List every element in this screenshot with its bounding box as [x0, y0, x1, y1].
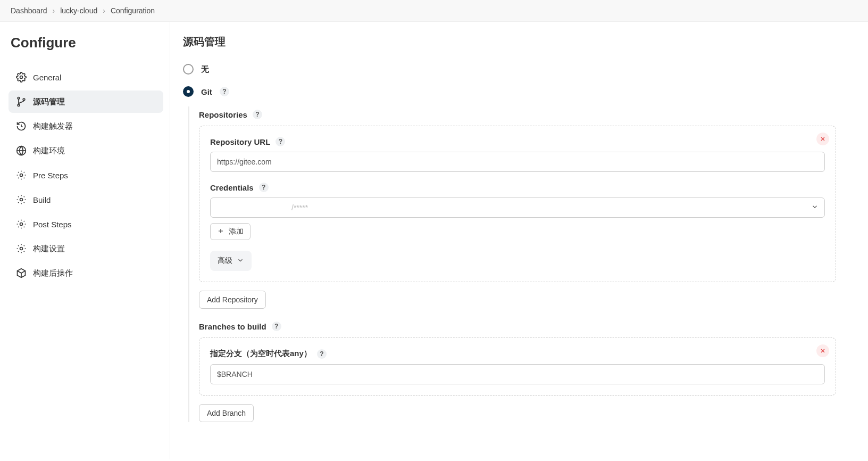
main-content: 源码管理 无 Git ? Repositories ?	[170, 22, 868, 459]
sidebar-item-label: 构建后操作	[33, 268, 73, 278]
globe-icon	[16, 145, 27, 156]
add-branch-button[interactable]: Add Branch	[199, 404, 254, 422]
repositories-label: Repositories ?	[199, 110, 836, 119]
svg-point-2	[18, 104, 20, 106]
svg-point-7	[20, 223, 23, 226]
breadcrumb-sep: ›	[53, 6, 55, 15]
radio-git[interactable]: Git ?	[183, 86, 836, 97]
label-text: Branches to build	[199, 322, 266, 331]
help-icon[interactable]: ?	[276, 137, 285, 146]
radio-icon[interactable]	[183, 86, 194, 97]
branch-spec-input[interactable]	[210, 364, 825, 384]
section-title: 源码管理	[183, 35, 836, 49]
help-icon[interactable]: ?	[272, 322, 281, 331]
sidebar-item-poststeps[interactable]: Post Steps	[9, 213, 163, 235]
gear-icon	[16, 243, 27, 254]
add-credentials-button[interactable]: 添加	[210, 223, 251, 240]
sidebar-item-postbuild[interactable]: 构建后操作	[9, 262, 163, 284]
field-label-text: Repository URL	[210, 137, 270, 146]
svg-point-3	[23, 98, 25, 101]
field-credentials: Credentials ? 添加	[210, 183, 825, 240]
button-label: Add Repository	[207, 295, 258, 304]
sidebar-item-label: General	[33, 73, 61, 82]
sidebar-item-label: 构建环境	[33, 146, 65, 156]
button-label: 添加	[229, 227, 244, 236]
git-config-block: Repositories ? Repository URL ? Credent	[188, 106, 836, 422]
breadcrumb-configuration[interactable]: Configuration	[111, 6, 155, 15]
breadcrumb-sep: ›	[103, 6, 105, 15]
breadcrumb-dashboard[interactable]: Dashboard	[11, 6, 47, 15]
git-branch-icon	[16, 96, 27, 107]
breadcrumb-project[interactable]: lucky-cloud	[60, 6, 97, 15]
gear-icon	[16, 194, 27, 205]
branches-label: Branches to build ?	[199, 322, 836, 331]
radio-label: 无	[201, 64, 209, 75]
help-icon[interactable]: ?	[317, 349, 327, 359]
chevron-down-icon	[237, 257, 244, 266]
field-repository-url: Repository URL ?	[210, 137, 825, 172]
field-branch-spec: 指定分支（为空时代表any） ?	[210, 349, 825, 384]
svg-point-5	[20, 174, 23, 177]
sidebar-item-general[interactable]: General	[9, 66, 163, 88]
help-icon[interactable]: ?	[253, 110, 262, 119]
scm-radio-group: 无 Git ?	[183, 64, 836, 97]
sidebar-item-label: Build	[33, 195, 51, 204]
page-title: Configure	[9, 35, 163, 51]
sidebar-item-triggers[interactable]: 构建触发器	[9, 115, 163, 137]
sidebar-item-label: 构建触发器	[33, 121, 73, 131]
advanced-button[interactable]: 高级	[210, 251, 252, 271]
sidebar-item-label: Pre Steps	[33, 171, 68, 180]
svg-point-0	[20, 76, 23, 79]
radio-icon[interactable]	[183, 64, 194, 75]
sidebar-item-scm[interactable]: 源码管理	[9, 90, 163, 113]
sidebar-item-presteps[interactable]: Pre Steps	[9, 164, 163, 186]
history-icon	[16, 121, 27, 131]
help-icon[interactable]: ?	[220, 87, 229, 96]
field-label-text: 指定分支（为空时代表any）	[210, 349, 312, 359]
advanced-row: 高级	[210, 251, 825, 271]
label-text: Repositories	[199, 110, 247, 119]
branch-panel: 指定分支（为空时代表any） ?	[199, 337, 836, 396]
gear-icon	[16, 72, 27, 83]
cube-icon	[16, 268, 27, 278]
help-icon[interactable]: ?	[259, 183, 269, 192]
repository-panel: Repository URL ? Credentials ?	[199, 126, 836, 282]
sidebar-item-label: Post Steps	[33, 220, 72, 229]
breadcrumb: Dashboard › lucky-cloud › Configuration	[0, 0, 868, 22]
svg-point-8	[20, 248, 23, 250]
plus-icon	[217, 227, 224, 236]
gear-icon	[16, 170, 27, 180]
remove-repository-button[interactable]	[816, 133, 829, 145]
sidebar-item-label: 构建设置	[33, 244, 65, 254]
radio-label: Git	[201, 87, 212, 96]
repository-url-input[interactable]	[210, 152, 825, 172]
sidebar-nav: General 源码管理 构建触发器 构建环境	[9, 66, 163, 284]
add-repository-button[interactable]: Add Repository	[199, 291, 266, 309]
field-label-text: Credentials	[210, 183, 254, 192]
gear-icon	[16, 219, 27, 229]
remove-branch-button[interactable]	[816, 344, 829, 357]
svg-point-1	[18, 97, 20, 100]
sidebar-item-build[interactable]: Build	[9, 188, 163, 211]
sidebar-item-label: 源码管理	[33, 97, 65, 107]
radio-none[interactable]: 无	[183, 64, 836, 75]
sidebar-item-env[interactable]: 构建环境	[9, 139, 163, 162]
button-label: 高级	[218, 256, 232, 266]
sidebar-item-buildsettings[interactable]: 构建设置	[9, 237, 163, 260]
credentials-select[interactable]	[210, 197, 825, 218]
svg-point-6	[20, 199, 23, 201]
sidebar: Configure General 源码管理 构建触发器	[0, 22, 170, 459]
button-label: Add Branch	[207, 409, 246, 417]
